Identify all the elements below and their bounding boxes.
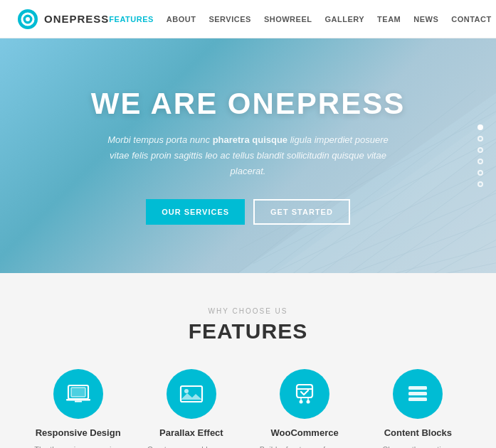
- nav-features[interactable]: FEATURES: [109, 15, 153, 23]
- hero-dot-5[interactable]: [477, 170, 483, 176]
- responsive-icon-circle: [53, 369, 103, 419]
- nav-contact[interactable]: CONTACT: [451, 15, 491, 23]
- svg-rect-22: [71, 388, 85, 397]
- feature-parallax-name: Parallax Effect: [159, 427, 223, 438]
- hero-dot-3[interactable]: [477, 147, 483, 153]
- feature-blocks-desc: Change the sections contents, display ea…: [370, 444, 466, 448]
- hero-dot-2[interactable]: [477, 136, 483, 142]
- svg-rect-35: [408, 392, 427, 395]
- nav-news[interactable]: NEWS: [413, 15, 438, 23]
- hero-buttons: OUR SERVICES GET STARTED: [146, 199, 350, 225]
- hero-dots: [477, 124, 483, 187]
- feature-parallax-desc: Create memorable pages with smooth paral…: [143, 444, 239, 448]
- logo-text: ONEPRESS: [44, 13, 109, 25]
- nav-gallery[interactable]: GALLERY: [324, 15, 364, 23]
- features-title: FEATURES: [21, 319, 475, 343]
- nav: FEATURES ABOUT SERVICES SHOWREEL GALLERY…: [109, 15, 496, 23]
- get-started-button[interactable]: GET STARTED: [253, 199, 350, 225]
- svg-point-26: [184, 389, 189, 393]
- hero-content: WE ARE ONEPRESS Morbi tempus porta nunc …: [91, 87, 406, 225]
- hero-dot-6[interactable]: [477, 181, 483, 187]
- header: ONEPRESS FEATURES ABOUT SERVICES SHOWREE…: [0, 0, 496, 38]
- hero-dot-1[interactable]: [477, 124, 483, 130]
- feature-parallax: Parallax Effect Create memorable pages w…: [134, 369, 248, 448]
- nav-services[interactable]: SERVICES: [209, 15, 250, 23]
- feature-woocommerce: WooCommerce Build a front page for your …: [248, 369, 362, 448]
- features-grid: Responsive Design The theme is responsiv…: [21, 369, 475, 448]
- parallax-icon-circle: [167, 369, 216, 419]
- svg-point-30: [300, 400, 303, 404]
- cart-icon: [292, 382, 317, 406]
- feature-responsive: Responsive Design The theme is responsiv…: [21, 369, 134, 448]
- nav-showreel[interactable]: SHOWREEL: [264, 15, 312, 23]
- feature-woo-name: WooCommerce: [271, 427, 339, 438]
- svg-point-31: [307, 400, 310, 404]
- feature-responsive-name: Responsive Design: [36, 427, 121, 438]
- image-icon: [179, 384, 204, 404]
- blocks-icon-circle: [393, 369, 443, 419]
- our-services-button[interactable]: OUR SERVICES: [146, 199, 245, 225]
- list-icon: [406, 383, 430, 405]
- svg-rect-24: [75, 401, 82, 402]
- nav-about[interactable]: ABOUT: [167, 15, 196, 23]
- hero-subtitle: Morbi tempus porta nunc pharetra quisque…: [98, 132, 397, 179]
- nav-team[interactable]: TEAM: [377, 15, 401, 23]
- features-eyebrow: WHY CHOOSE US: [21, 307, 475, 315]
- svg-rect-23: [66, 399, 90, 401]
- feature-content-blocks: Content Blocks Change the sections conte…: [362, 369, 475, 448]
- feature-blocks-name: Content Blocks: [384, 427, 452, 438]
- svg-point-2: [26, 17, 30, 21]
- svg-rect-28: [297, 385, 312, 398]
- laptop-icon: [65, 384, 91, 404]
- feature-woo-desc: Build a front page for your WooCommerce …: [257, 444, 353, 448]
- woo-icon-circle: [280, 369, 329, 419]
- logo[interactable]: ONEPRESS: [17, 9, 109, 30]
- features-section: WHY CHOOSE US FEATURES Responsive Design…: [0, 273, 496, 448]
- hero-title: WE ARE ONEPRESS: [91, 87, 406, 121]
- svg-marker-27: [181, 393, 202, 400]
- svg-rect-36: [408, 398, 427, 401]
- feature-responsive-desc: The theme is responsive, your website wi…: [30, 444, 126, 448]
- logo-icon: [17, 9, 38, 30]
- svg-rect-34: [408, 386, 427, 390]
- hero-dot-4[interactable]: [477, 159, 483, 164]
- hero-section: WE ARE ONEPRESS Morbi tempus porta nunc …: [0, 38, 496, 273]
